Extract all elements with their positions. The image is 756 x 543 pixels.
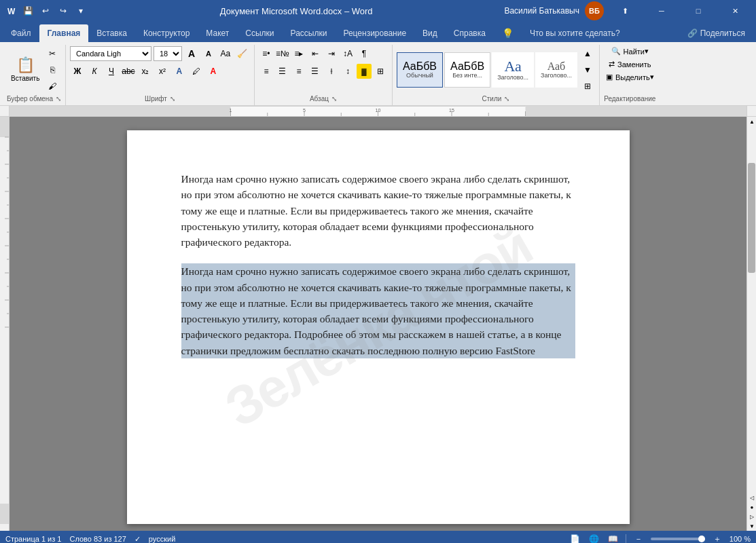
tab-help[interactable]: Справка: [446, 24, 494, 42]
scroll-prev-page[interactable]: ◁: [747, 493, 756, 502]
print-layout-view-button[interactable]: 📄: [569, 532, 582, 543]
redo-qat-button[interactable]: ↪: [56, 3, 71, 18]
status-left: Страница 1 из 1 Слово 83 из 127 ✓ русски…: [5, 535, 175, 544]
web-layout-view-button[interactable]: 🌐: [588, 532, 601, 543]
bold-button[interactable]: Ж: [70, 64, 85, 79]
tab-insert[interactable]: Вставка: [88, 24, 135, 42]
font-expand-icon[interactable]: ⤡: [170, 95, 175, 102]
format-painter-button[interactable]: 🖌: [45, 79, 60, 94]
scroll-track[interactable]: [747, 126, 756, 493]
tab-review[interactable]: Рецензирование: [335, 24, 414, 42]
word-count[interactable]: Слово 83 из 127: [69, 535, 126, 543]
close-button[interactable]: ✕: [719, 0, 751, 22]
align-left-button[interactable]: ≡: [259, 64, 274, 79]
font-color-button[interactable]: A: [206, 64, 221, 79]
zoom-level[interactable]: 100 %: [730, 535, 751, 543]
columns-button[interactable]: ⫲: [324, 64, 339, 79]
tab-search-cmd[interactable]: Что вы хотите сделать?: [522, 24, 628, 42]
customize-qat-button[interactable]: ▾: [73, 3, 88, 18]
decrease-indent-button[interactable]: ⇤: [308, 46, 323, 61]
align-right-button[interactable]: ≡: [291, 64, 306, 79]
tab-references[interactable]: Ссылки: [237, 24, 282, 42]
save-qat-button[interactable]: 💾: [20, 3, 35, 18]
select-button[interactable]: ▣ Выделить ▾: [604, 72, 656, 82]
tab-lightbulb[interactable]: 💡: [494, 24, 522, 42]
styles-expand-icon[interactable]: ⤡: [504, 95, 509, 102]
language-label[interactable]: русский: [149, 535, 175, 543]
clear-format-button[interactable]: 🧹: [235, 46, 250, 61]
cut-button[interactable]: ✂: [45, 46, 60, 61]
copy-button[interactable]: ⎘: [45, 62, 60, 77]
maximize-button[interactable]: □: [683, 0, 714, 22]
clipboard-group: 📋 Вставить ✂ ⎘ 🖌 Буфер обмена ⤡: [3, 45, 66, 105]
paragraph-expand-icon[interactable]: ⤡: [331, 95, 337, 102]
user-avatar[interactable]: ВБ: [585, 1, 604, 20]
styles-scroll-down[interactable]: ▼: [580, 62, 595, 77]
shading-button[interactable]: ▓: [357, 64, 372, 79]
bullets-button[interactable]: ≡•: [259, 46, 274, 61]
read-mode-view-button[interactable]: 📖: [607, 532, 620, 543]
justify-button[interactable]: ☰: [308, 64, 323, 79]
svg-rect-19: [0, 504, 10, 524]
font-family-select[interactable]: Candara Ligh: [70, 46, 151, 61]
font-size-select[interactable]: 18: [154, 46, 182, 61]
sort-button[interactable]: ↕A: [340, 46, 355, 61]
vertical-scrollbar[interactable]: ▲ ◁ ● ▷ ▼: [746, 117, 756, 531]
italic-button[interactable]: К: [87, 64, 102, 79]
zoom-slider[interactable]: [651, 538, 705, 540]
text-effects-button[interactable]: A: [172, 64, 187, 79]
line-spacing-button[interactable]: ↕: [340, 64, 355, 79]
minimize-button[interactable]: ─: [646, 0, 677, 22]
numbering-button[interactable]: ≡№: [275, 46, 290, 61]
scroll-select-browse[interactable]: ●: [747, 502, 756, 512]
share-button[interactable]: 🔗 Поделиться: [679, 24, 753, 42]
styles-scroll-up[interactable]: ▲: [580, 46, 595, 61]
ribbon-collapse-button[interactable]: ⬆: [609, 0, 641, 22]
tab-file[interactable]: Файл: [3, 24, 39, 42]
clipboard-expand-icon[interactable]: ⤡: [56, 95, 61, 102]
zoom-in-button[interactable]: ＋: [710, 532, 724, 543]
style-normal[interactable]: АаБбВ Обычный: [397, 52, 443, 88]
shrink-font-button[interactable]: A: [201, 46, 216, 61]
scroll-thumb[interactable]: [748, 163, 755, 273]
style-heading1[interactable]: Аа Заголово...: [492, 52, 534, 88]
align-center-button[interactable]: ☰: [275, 64, 290, 79]
page-info[interactable]: Страница 1 из 1: [5, 535, 61, 543]
increase-indent-button[interactable]: ⇥: [324, 46, 339, 61]
styles-more-button[interactable]: ⊞: [580, 79, 595, 94]
ruler-content: 1 5 10 15: [10, 106, 746, 116]
replace-button[interactable]: ⇄ Заменить: [607, 59, 653, 69]
document-scroll-area[interactable]: Зелёнка чтой Иногда нам срочно нужно зап…: [10, 117, 746, 531]
subscript-button[interactable]: x₂: [138, 64, 153, 79]
scroll-down-button[interactable]: ▼: [747, 521, 756, 531]
borders-button[interactable]: ⊞: [373, 64, 388, 79]
grow-font-button[interactable]: A: [184, 46, 199, 61]
style-no-spacing[interactable]: АаБбВ Без инте...: [444, 52, 490, 88]
paragraph-2: Иногда нам срочно нужно записать содержи…: [181, 263, 575, 358]
strikethrough-button[interactable]: abc: [121, 64, 136, 79]
ruler-right-side: [746, 106, 756, 116]
superscript-button[interactable]: x²: [155, 64, 170, 79]
undo-qat-button[interactable]: ↩: [38, 3, 53, 18]
text-highlight-button[interactable]: 🖊: [189, 64, 204, 79]
scroll-next-page[interactable]: ▷: [747, 512, 756, 521]
underline-button[interactable]: Ч: [104, 64, 119, 79]
editing-group-content: 🔍 Найти ▾ ⇄ Заменить ▣ Выделить ▾: [604, 46, 656, 94]
show-formatting-button[interactable]: ¶: [357, 46, 372, 61]
tab-view[interactable]: Вид: [414, 24, 446, 42]
style-no-spacing-preview: АаБбВ: [450, 61, 484, 72]
find-button[interactable]: 🔍 Найти ▾: [609, 46, 651, 56]
scroll-up-button[interactable]: ▲: [747, 117, 756, 126]
style-heading1-preview: Аа: [504, 59, 521, 74]
style-heading2[interactable]: Ааб Заголово...: [535, 52, 577, 88]
tab-design[interactable]: Конструктор: [135, 24, 198, 42]
font-case-button[interactable]: Aa: [218, 46, 233, 61]
tab-layout[interactable]: Макет: [198, 24, 237, 42]
tab-mailings[interactable]: Рассылки: [283, 24, 336, 42]
multilevel-button[interactable]: ≡▸: [291, 46, 306, 61]
zoom-out-button[interactable]: －: [632, 532, 645, 543]
styles-label: Стили ⤡: [397, 94, 595, 104]
tab-home[interactable]: Главная: [39, 24, 89, 42]
styles-group: АаБбВ Обычный АаБбВ Без инте... Аа Загол…: [393, 45, 600, 105]
paste-button[interactable]: 📋 Вставить: [7, 50, 43, 90]
